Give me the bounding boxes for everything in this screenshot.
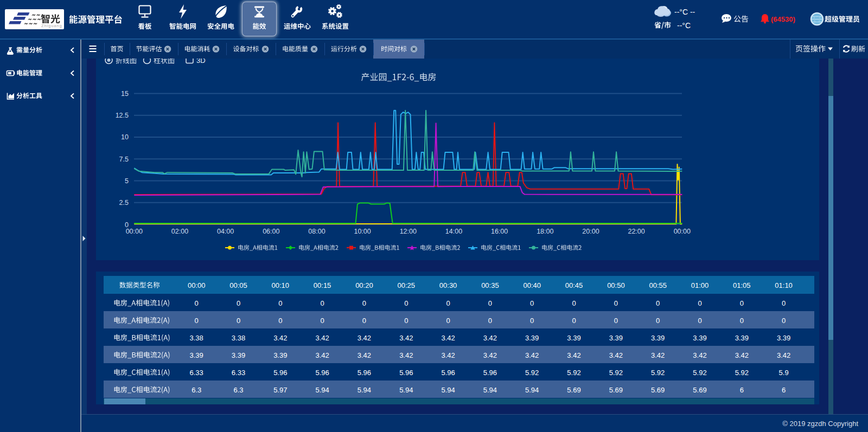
svg-text:5.92: 5.92 [735, 369, 749, 377]
svg-text:(64530): (64530) [771, 15, 795, 23]
svg-text:5.96: 5.96 [315, 369, 329, 377]
svg-text:5.92: 5.92 [609, 369, 623, 377]
svg-text:5.96: 5.96 [483, 369, 497, 377]
svg-text:0: 0 [530, 317, 534, 325]
svg-text:0: 0 [278, 299, 282, 307]
svg-text:3.39: 3.39 [232, 351, 245, 359]
svg-text:3.39: 3.39 [735, 334, 749, 342]
svg-text:00:30: 00:30 [439, 281, 457, 289]
svg-text:0: 0 [572, 317, 576, 325]
svg-text:3.42: 3.42 [735, 351, 749, 359]
svg-text:6.3: 6.3 [233, 386, 243, 394]
svg-text:00:55: 00:55 [649, 281, 667, 289]
svg-text:3.39: 3.39 [525, 334, 539, 342]
svg-text:6.3: 6.3 [192, 386, 201, 394]
svg-text:3.39: 3.39 [273, 351, 287, 359]
svg-text:0: 0 [237, 299, 240, 307]
svg-text:5.96: 5.96 [441, 369, 455, 377]
svg-text:3.42: 3.42 [651, 351, 665, 359]
svg-text:6: 6 [740, 386, 744, 394]
svg-text:00:15: 00:15 [314, 281, 331, 289]
svg-text:0: 0 [362, 317, 366, 325]
svg-text:0: 0 [698, 299, 701, 307]
svg-text:3.42: 3.42 [358, 351, 371, 359]
svg-text:01:00: 01:00 [691, 281, 709, 289]
svg-text:0: 0 [320, 317, 324, 325]
svg-text:5.69: 5.69 [609, 386, 623, 394]
svg-text:5.9: 5.9 [779, 369, 789, 377]
svg-text:3.42: 3.42 [525, 351, 539, 359]
svg-text:5.69: 5.69 [693, 386, 706, 394]
svg-text:00:05: 00:05 [229, 281, 247, 289]
svg-text:3.42: 3.42 [315, 351, 329, 359]
svg-text:--°C: --°C [677, 21, 691, 30]
svg-text:0: 0 [488, 317, 492, 325]
svg-text:0: 0 [740, 299, 744, 307]
svg-text:01:10: 01:10 [775, 281, 793, 289]
svg-text:00:00: 00:00 [188, 281, 206, 289]
svg-text:0: 0 [740, 317, 744, 325]
svg-text:3.39: 3.39 [777, 334, 790, 342]
svg-text:00:20: 00:20 [355, 281, 373, 289]
svg-text:0: 0 [782, 299, 786, 307]
svg-text:3.42: 3.42 [441, 334, 455, 342]
svg-text:00:40: 00:40 [523, 281, 541, 289]
svg-text:3.38: 3.38 [190, 334, 203, 342]
svg-text:01:05: 01:05 [733, 281, 751, 289]
svg-text:5.92: 5.92 [693, 369, 706, 377]
svg-text:0: 0 [278, 317, 282, 325]
svg-text:0: 0 [782, 317, 786, 325]
svg-text:3.38: 3.38 [232, 334, 245, 342]
svg-text:0: 0 [404, 317, 408, 325]
svg-text:3.42: 3.42 [609, 351, 623, 359]
svg-text:5.94: 5.94 [525, 386, 539, 394]
svg-text:00:35: 00:35 [481, 281, 499, 289]
svg-text:5.69: 5.69 [567, 386, 580, 394]
svg-text:3.42: 3.42 [483, 334, 497, 342]
svg-text:5.94: 5.94 [315, 386, 329, 394]
svg-text:3.42: 3.42 [567, 351, 580, 359]
svg-text:5.96: 5.96 [358, 369, 371, 377]
svg-text:--°C --: --°C -- [674, 8, 695, 16]
svg-text:0: 0 [446, 299, 450, 307]
svg-text:5.96: 5.96 [399, 369, 413, 377]
svg-text:3.42: 3.42 [441, 351, 455, 359]
svg-text:0: 0 [614, 299, 618, 307]
svg-text:3.42: 3.42 [358, 334, 371, 342]
svg-text:© 2019 zgzdh Copyright: © 2019 zgzdh Copyright [782, 420, 858, 428]
svg-text:5.92: 5.92 [567, 369, 580, 377]
svg-text:0: 0 [656, 317, 660, 325]
svg-text:0: 0 [195, 299, 199, 307]
svg-text:5.92: 5.92 [525, 369, 539, 377]
svg-text:5.94: 5.94 [441, 386, 455, 394]
svg-text:0: 0 [614, 317, 618, 325]
svg-text:0: 0 [404, 299, 408, 307]
svg-text:3.39: 3.39 [609, 334, 623, 342]
svg-text:5.94: 5.94 [399, 386, 413, 394]
svg-text:0: 0 [572, 299, 576, 307]
svg-text:3.42: 3.42 [777, 351, 790, 359]
svg-text:5.92: 5.92 [651, 369, 665, 377]
svg-text:3.42: 3.42 [399, 334, 413, 342]
svg-text:00:10: 00:10 [272, 281, 290, 289]
svg-text:0: 0 [488, 299, 492, 307]
svg-text:0: 0 [320, 299, 324, 307]
svg-text:5.94: 5.94 [483, 386, 497, 394]
svg-text:Zhiguang: Zhiguang [41, 23, 62, 28]
svg-text:0: 0 [362, 299, 366, 307]
svg-text:6: 6 [782, 386, 786, 394]
svg-text:5.69: 5.69 [651, 386, 665, 394]
svg-text:3.42: 3.42 [273, 334, 287, 342]
svg-text:3.42: 3.42 [399, 351, 413, 359]
svg-text:0: 0 [656, 299, 660, 307]
svg-text:0: 0 [446, 317, 450, 325]
svg-text:00:25: 00:25 [398, 281, 416, 289]
svg-text:0: 0 [195, 317, 199, 325]
svg-text:0: 0 [698, 317, 701, 325]
svg-text:3.39: 3.39 [190, 351, 203, 359]
svg-text:00:45: 00:45 [565, 281, 583, 289]
svg-text:3.42: 3.42 [483, 351, 497, 359]
svg-text:3.39: 3.39 [567, 334, 580, 342]
svg-text:3.42: 3.42 [693, 351, 706, 359]
svg-text:5.94: 5.94 [358, 386, 371, 394]
